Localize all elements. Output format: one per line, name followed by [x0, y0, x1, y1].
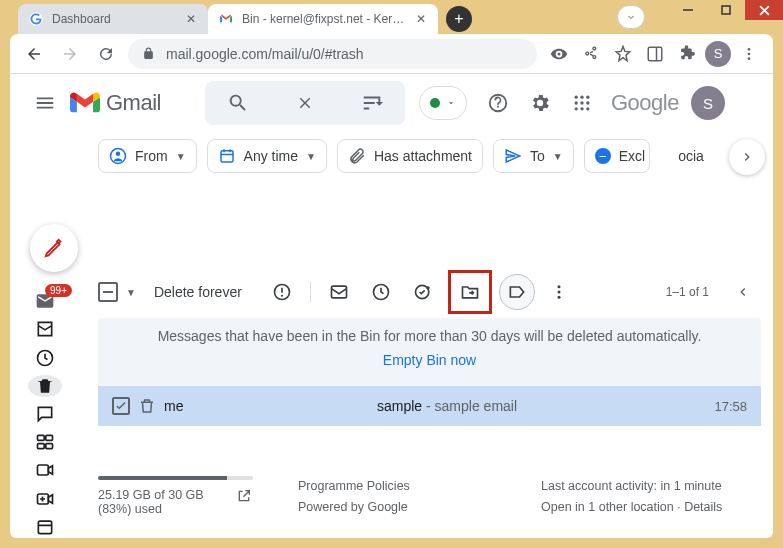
chevron-down-icon: ▼: [306, 151, 316, 162]
row-trash-icon: [138, 397, 156, 415]
select-dropdown[interactable]: ▼: [126, 287, 136, 298]
svg-point-16: [580, 101, 583, 104]
forward-button[interactable]: [56, 40, 84, 68]
svg-rect-6: [648, 47, 662, 61]
clear-search-icon[interactable]: [294, 92, 316, 114]
eye-icon[interactable]: [545, 40, 573, 68]
sidebar-chat[interactable]: [28, 403, 62, 425]
more-button[interactable]: [541, 274, 577, 310]
chip-label: To: [530, 148, 545, 164]
chip-has-attachment[interactable]: Has attachment: [337, 139, 483, 173]
browser-tab-dashboard[interactable]: Dashboard ✕: [18, 4, 208, 34]
page-count: 1–1 of 1: [666, 285, 709, 299]
search-options-icon[interactable]: [361, 92, 383, 114]
back-button[interactable]: [20, 40, 48, 68]
tab-close-icon[interactable]: ✕: [414, 12, 428, 26]
sidebar-inbox[interactable]: 99+: [28, 290, 62, 312]
window-minimize-button[interactable]: [669, 0, 707, 20]
svg-point-42: [557, 285, 560, 288]
sidebar-calendar[interactable]: [28, 516, 62, 538]
open-in-new-icon[interactable]: [236, 488, 252, 504]
powered-by-text: Powered by Google: [298, 497, 541, 518]
sidebar-drafts[interactable]: [28, 318, 62, 340]
sidebar-spaces[interactable]: [28, 431, 62, 453]
search-icon[interactable]: [227, 92, 249, 114]
lock-icon: [142, 47, 156, 60]
select-all-checkbox[interactable]: [98, 282, 118, 302]
search-bar[interactable]: [205, 81, 405, 125]
profile-avatar[interactable]: S: [705, 41, 731, 67]
report-spam-button[interactable]: [264, 274, 300, 310]
share-icon[interactable]: [577, 40, 605, 68]
chip-label: Any time: [244, 148, 298, 164]
main-menu-button[interactable]: [24, 82, 66, 124]
older-button[interactable]: [725, 274, 761, 310]
extensions-icon[interactable]: [673, 40, 701, 68]
url-text: mail.google.com/mail/u/0/#trash: [166, 46, 364, 62]
row-checkbox[interactable]: [112, 397, 130, 415]
tab-search-button[interactable]: [617, 5, 645, 29]
highlight-box: [448, 270, 492, 314]
tab-title: Bin - kernel@fixpst.net - KernelA: [242, 12, 406, 26]
chips-next-button[interactable]: [729, 139, 765, 175]
chip-exclude[interactable]: − Excl: [584, 139, 650, 173]
browser-tab-bin[interactable]: Bin - kernel@fixpst.net - KernelA ✕: [208, 4, 438, 34]
svg-point-20: [586, 107, 589, 110]
mark-unread-button[interactable]: [321, 274, 357, 310]
gmail-logo[interactable]: Gmail: [70, 90, 161, 116]
new-tab-button[interactable]: +: [446, 6, 472, 32]
settings-button[interactable]: [521, 84, 559, 122]
move-to-button[interactable]: [452, 274, 488, 310]
bookmark-icon[interactable]: [609, 40, 637, 68]
svg-point-17: [586, 101, 589, 104]
address-bar[interactable]: mail.google.com/mail/u/0/#trash: [128, 39, 537, 69]
row-sender: me: [164, 398, 369, 414]
svg-point-13: [580, 96, 583, 99]
chip-partial-label: ocia: [678, 148, 704, 164]
reading-list-icon[interactable]: [641, 40, 669, 68]
svg-point-38: [281, 295, 283, 297]
compose-button[interactable]: [30, 224, 78, 272]
trash-banner: Messages that have been in the Bin for m…: [98, 318, 761, 386]
chip-from[interactable]: From ▼: [98, 139, 197, 173]
reload-button[interactable]: [92, 40, 120, 68]
window-maximize-button[interactable]: [707, 0, 745, 20]
programme-policies-link[interactable]: Programme Policies: [298, 476, 541, 497]
chevron-down-icon: [446, 98, 456, 108]
storage-bar: [98, 476, 253, 480]
support-button[interactable]: [479, 84, 517, 122]
inbox-badge: 99+: [45, 284, 72, 297]
details-link[interactable]: Open in 1 other location · Details: [541, 497, 761, 518]
chip-to[interactable]: To ▼: [493, 139, 574, 173]
snooze-button[interactable]: [363, 274, 399, 310]
sidebar-snoozed[interactable]: [28, 346, 62, 368]
svg-point-15: [574, 101, 577, 104]
tab-close-icon[interactable]: ✕: [184, 12, 198, 26]
chip-any-time[interactable]: Any time ▼: [207, 139, 327, 173]
sidebar-trash[interactable]: [28, 375, 62, 397]
svg-point-19: [580, 107, 583, 110]
labels-button[interactable]: [499, 274, 535, 310]
svg-rect-32: [38, 465, 49, 475]
send-icon: [504, 147, 522, 165]
svg-point-44: [557, 296, 560, 299]
svg-rect-39: [331, 286, 346, 298]
apps-button[interactable]: [563, 84, 601, 122]
email-row[interactable]: me sample - sample email 17:58: [98, 386, 761, 426]
delete-forever-button[interactable]: Delete forever: [154, 284, 242, 300]
svg-point-9: [748, 52, 751, 55]
add-to-tasks-button[interactable]: [405, 274, 441, 310]
window-close-button[interactable]: [745, 0, 783, 20]
svg-point-14: [586, 96, 589, 99]
svg-rect-29: [46, 436, 53, 441]
sidebar-new-meeting[interactable]: [28, 488, 62, 510]
account-avatar[interactable]: S: [691, 86, 725, 120]
status-dot-icon: [430, 98, 440, 108]
chrome-menu-button[interactable]: [735, 40, 763, 68]
banner-text: Messages that have been in the Bin for m…: [108, 328, 751, 344]
empty-bin-link[interactable]: Empty Bin now: [383, 352, 476, 368]
sidebar-meet[interactable]: [28, 459, 62, 481]
attachment-icon: [348, 147, 366, 165]
svg-rect-28: [38, 436, 45, 441]
status-chip[interactable]: [419, 86, 467, 120]
